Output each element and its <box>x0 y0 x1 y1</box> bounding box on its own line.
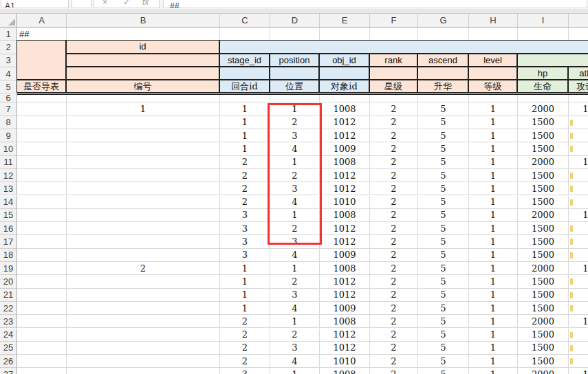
cell-row6[interactable] <box>17 94 67 103</box>
cell-d18[interactable]: 4 <box>270 249 320 262</box>
cell-c22[interactable]: 1 <box>220 302 270 315</box>
cell-j22[interactable] <box>569 302 588 315</box>
cell-b17[interactable] <box>67 235 220 248</box>
cell-e27[interactable]: 1008 <box>320 368 370 374</box>
cell-row6[interactable] <box>320 94 370 103</box>
cell-b10[interactable] <box>67 142 220 155</box>
cell-c16[interactable]: 3 <box>220 222 270 235</box>
cell-c15[interactable]: 3 <box>220 209 270 222</box>
cell-d26[interactable]: 4 <box>270 355 320 368</box>
header-cell-r3c7[interactable]: level <box>468 54 517 67</box>
cell-b19[interactable]: 2 <box>67 262 220 275</box>
cell-h14[interactable]: 1 <box>469 196 518 209</box>
cell-c12[interactable]: 2 <box>220 169 270 182</box>
cell-e18[interactable]: 1009 <box>320 249 370 262</box>
cell-h15[interactable]: 1 <box>469 209 518 222</box>
cell-j8[interactable] <box>569 116 588 129</box>
cell-b22[interactable] <box>67 302 220 315</box>
cell-f15[interactable]: 2 <box>370 209 418 222</box>
header-cell-r4c7[interactable] <box>468 67 517 80</box>
header-cell-r3c2[interactable]: stage_id <box>219 54 270 67</box>
cell-g11[interactable]: 5 <box>418 156 469 169</box>
cell-b26[interactable] <box>67 355 220 368</box>
cell-f26[interactable]: 2 <box>370 355 418 368</box>
cell-row1[interactable] <box>320 28 370 41</box>
cell-i25[interactable]: 1500 <box>518 342 569 355</box>
cell-f16[interactable]: 2 <box>370 222 418 235</box>
cell-e24[interactable]: 1012 <box>320 329 370 342</box>
cell-h16[interactable]: 1 <box>469 222 518 235</box>
header-cell-r4c3[interactable] <box>270 67 319 80</box>
col-header-a[interactable]: A <box>17 14 67 28</box>
cell-h9[interactable]: 1 <box>469 129 518 142</box>
cell-d20[interactable]: 2 <box>270 275 320 288</box>
cell-h19[interactable]: 1 <box>469 262 518 275</box>
header-cell-r3c1[interactable] <box>66 54 219 67</box>
col-header-e[interactable]: E <box>320 14 370 28</box>
row-header-26[interactable]: 26 <box>0 355 17 368</box>
cell-i20[interactable]: 1500 <box>518 275 569 288</box>
cell-c27[interactable]: 3 <box>220 368 270 374</box>
cell-i7[interactable]: 2000 <box>518 102 569 116</box>
row-header-10[interactable]: 10 <box>0 142 17 155</box>
cell-h24[interactable]: 1 <box>469 329 518 342</box>
cell-e16[interactable]: 1012 <box>320 222 370 235</box>
header-cell-r4c1[interactable] <box>66 67 219 80</box>
cell-row1[interactable] <box>518 28 569 41</box>
cell-b16[interactable] <box>67 222 220 235</box>
cell-b13[interactable] <box>67 182 220 195</box>
cell-h23[interactable]: 1 <box>469 315 518 328</box>
header-cell-r5c2[interactable]: 回合id <box>219 80 270 93</box>
cell-i14[interactable]: 1500 <box>518 196 569 209</box>
cell-g12[interactable]: 5 <box>418 169 469 182</box>
row-header-17[interactable]: 17 <box>0 235 17 248</box>
row-header-25[interactable]: 25 <box>0 342 17 355</box>
cell-a10[interactable] <box>17 142 67 155</box>
cell-e8[interactable]: 1012 <box>320 116 370 129</box>
cell-b9[interactable] <box>67 129 220 142</box>
cell-f8[interactable]: 2 <box>370 116 418 129</box>
header-cell-r3c8[interactable] <box>517 54 588 67</box>
header-cell-r5c0[interactable]: 是否导表 <box>17 80 66 93</box>
cell-j10[interactable] <box>569 142 588 155</box>
cell-f21[interactable]: 2 <box>370 289 418 302</box>
cell-i11[interactable]: 2000 <box>518 156 569 169</box>
name-box-dropdown[interactable] <box>72 0 91 8</box>
cell-row6[interactable] <box>370 94 418 103</box>
cell-row1[interactable] <box>418 28 469 41</box>
row-header-16[interactable]: 16 <box>0 222 17 235</box>
cell-row6[interactable] <box>270 94 320 103</box>
cell-d22[interactable]: 4 <box>270 302 320 315</box>
cell-d27[interactable]: 1 <box>270 368 320 374</box>
select-all-corner[interactable] <box>0 14 17 28</box>
cell-c17[interactable]: 3 <box>220 235 270 248</box>
cell-c24[interactable]: 2 <box>220 329 270 342</box>
row-header-3[interactable]: 3 <box>0 54 17 67</box>
cell-b25[interactable] <box>67 342 220 355</box>
header-cell-r2c1[interactable]: id <box>66 40 219 53</box>
row-header-19[interactable]: 19 <box>0 262 17 275</box>
cell-g8[interactable]: 5 <box>418 116 469 129</box>
cell-i8[interactable]: 1500 <box>518 116 569 129</box>
cell-g22[interactable]: 5 <box>418 302 469 315</box>
cell-g10[interactable]: 5 <box>418 142 469 155</box>
cell-a18[interactable] <box>17 249 67 262</box>
header-cell-r4c5[interactable] <box>369 67 417 80</box>
row-header-12[interactable]: 12 <box>0 169 17 182</box>
cell-g19[interactable]: 5 <box>418 262 469 275</box>
cell-e10[interactable]: 1009 <box>320 142 370 155</box>
cell-e11[interactable]: 1008 <box>320 156 370 169</box>
cell-g15[interactable]: 5 <box>418 209 469 222</box>
cell-row6[interactable] <box>220 94 270 103</box>
cell-i18[interactable]: 1500 <box>518 249 569 262</box>
cell-j25[interactable] <box>569 342 588 355</box>
cell-j7[interactable]: 1 <box>569 102 588 116</box>
cell-i23[interactable]: 2000 <box>518 315 569 328</box>
cell-a13[interactable] <box>17 182 67 195</box>
cell-c19[interactable]: 1 <box>220 262 270 275</box>
cell-d25[interactable]: 3 <box>270 342 320 355</box>
cell-h21[interactable]: 1 <box>469 289 518 302</box>
cell-a22[interactable] <box>17 302 67 315</box>
cell-i10[interactable]: 1500 <box>518 142 569 155</box>
col-header-d[interactable]: D <box>270 14 320 28</box>
